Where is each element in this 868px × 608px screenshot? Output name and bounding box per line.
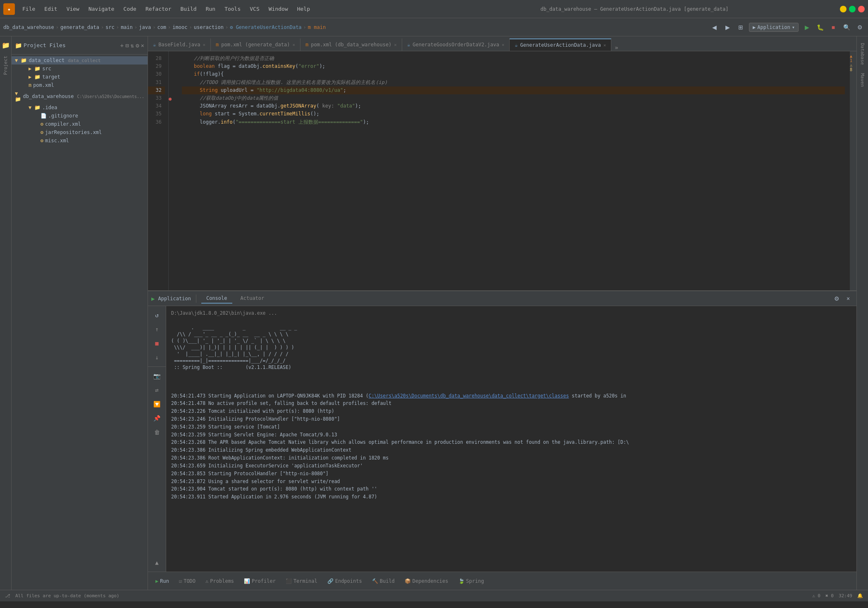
menu-edit[interactable]: Edit (40, 4, 61, 14)
tab-close-btn[interactable]: × (502, 42, 505, 48)
menu-code[interactable]: Code (119, 4, 141, 14)
tree-item-pom[interactable]: m pom.xml (12, 81, 148, 89)
pin-btn[interactable]: 📌 (151, 412, 163, 424)
tab-close-btn[interactable]: × (203, 42, 205, 48)
menu-file[interactable]: File (18, 4, 39, 14)
breadcrumb-part[interactable]: db_data_warehouse (3, 24, 54, 30)
recent-files-btn[interactable]: ⊞ (736, 22, 746, 32)
tree-item-jar[interactable]: ⚙ jarRepositories.xml (12, 128, 148, 136)
breadcrumb-part[interactable]: generate_data (60, 24, 99, 30)
tab-pom-warehouse[interactable]: m pom.xml (db_data_warehouse) × (300, 38, 402, 51)
breadcrumb-part[interactable]: main (121, 24, 133, 30)
bottom-tab-dependencies[interactable]: 📦 Dependencies (401, 577, 453, 586)
run-btn[interactable]: ▶ (802, 22, 812, 32)
settings-icon[interactable]: ⚙ (136, 42, 139, 49)
tree-item-data-collect[interactable]: ▼ 📁 data_collect data_collect (12, 56, 148, 65)
tab-close-btn[interactable]: × (394, 42, 397, 48)
tree-item-idea[interactable]: ▼ 📁 .idea (12, 103, 148, 112)
folder-closed-icon: ▶ 📁 (29, 66, 41, 72)
camera-btn[interactable]: 📷 (151, 370, 163, 382)
tree-item-misc[interactable]: ⚙ misc.xml (12, 136, 148, 145)
menu-navigate[interactable]: Navigate (84, 4, 119, 14)
run-config-selector[interactable]: ▶ Application ▾ (749, 23, 799, 32)
rerun-btn[interactable]: ↺ (151, 309, 163, 321)
bottom-tab-profiler[interactable]: 📊 Profiler (240, 577, 280, 586)
breadcrumb-class[interactable]: ⚙ GenerateUserActionData (230, 24, 301, 30)
bottom-tab-endpoints[interactable]: 🔗 Endpoints (323, 577, 366, 586)
git-icon[interactable]: ⎇ (5, 593, 10, 598)
menu-help[interactable]: Help (293, 4, 314, 14)
project-label[interactable]: Project (2, 53, 9, 78)
menu-refactor[interactable]: Refactor (141, 4, 176, 14)
code-content[interactable]: //列断获取的用户行为数据是否正确 boolean flag = dataObj… (177, 51, 850, 290)
scroll-down-btn[interactable]: ↓ (151, 352, 163, 363)
menu-vcs[interactable]: VCS (246, 4, 263, 14)
minimize-btn[interactable] (840, 6, 847, 12)
warnings-status[interactable]: ⚠ 0 (812, 593, 820, 598)
bottom-tab-terminal[interactable]: ⬛ Terminal (281, 577, 322, 586)
breadcrumb: db_data_warehouse › generate_data › src … (3, 24, 326, 30)
settings-btn[interactable]: ⚙ (855, 22, 865, 32)
run-panel-body: ↺ ↑ ■ ↓ 📷 ⇄ 🔽 📌 🗑 ▲ D:\Java\ (148, 306, 856, 572)
menu-run[interactable]: Run (202, 4, 219, 14)
tree-item-db-warehouse[interactable]: ▼ 📁 db_data_warehouse C:\Users\a520s\Doc… (12, 89, 148, 103)
expand-btn[interactable]: ▲ (151, 557, 163, 568)
run-tab-console[interactable]: Console (201, 294, 232, 304)
tab-pom-generate[interactable]: m pom.xml (generate_data) × (211, 38, 300, 51)
bottom-tab-build[interactable]: 🔨 Build (368, 577, 399, 586)
run-config-dropdown[interactable]: ▾ (792, 24, 795, 30)
editor-area: ☕ BaseField.java × m pom.xml (generate_d… (148, 36, 856, 590)
classes-link[interactable]: C:\Users\a520s\Documents\db_data_warehou… (369, 393, 569, 399)
bottom-tab-problems[interactable]: ⚠ Problems (201, 577, 238, 586)
sort-icon[interactable]: ⇅ (131, 42, 134, 49)
breadcrumb-part[interactable]: com (157, 24, 166, 30)
forward-btn[interactable]: ▶ (723, 22, 732, 32)
scroll-up-btn[interactable]: ↑ (151, 323, 163, 335)
tree-item-target[interactable]: ▶ 📁 target (12, 73, 148, 81)
run-tab-actuator[interactable]: Actuator (236, 294, 269, 304)
maximize-btn[interactable] (849, 6, 856, 12)
project-header-icons: + ⊟ ⇅ ⚙ × (120, 42, 144, 49)
back-btn[interactable]: ◀ (709, 22, 719, 32)
menu-window[interactable]: Window (265, 4, 292, 14)
tree-item-gitignore[interactable]: 📄 .gitignore (12, 112, 148, 120)
breadcrumb-part[interactable]: java (139, 24, 151, 30)
maven-label[interactable]: Maven (859, 70, 866, 90)
notifications-icon[interactable]: 🔔 (857, 593, 863, 598)
run-settings-btn[interactable]: ⚙ (832, 294, 842, 304)
breadcrumb-part[interactable]: imooc (172, 24, 187, 30)
more-tabs-btn[interactable]: » (611, 44, 621, 51)
bottom-tab-spring[interactable]: 🍃 Spring (454, 577, 488, 586)
tree-item-compiler[interactable]: ⚙ compiler.xml (12, 120, 148, 128)
stop-btn[interactable]: ■ (828, 22, 838, 32)
bottom-tab-run[interactable]: ▶ Run (151, 577, 173, 586)
tab-generate-user[interactable]: ☕ GenerateUserActionData.java × (510, 38, 611, 51)
menu-tools[interactable]: Tools (220, 4, 245, 14)
new-file-icon[interactable]: + (120, 42, 124, 49)
menu-view[interactable]: View (62, 4, 83, 14)
bottom-tab-todo[interactable]: ☑ TODO (175, 577, 200, 586)
breadcrumb-method[interactable]: m main (308, 24, 326, 30)
editor-scrollbar[interactable]: ▲ 1 ⚠ 8 (850, 51, 856, 290)
menu-build[interactable]: Build (176, 4, 201, 14)
tree-item-src[interactable]: ▶ 📁 src (12, 65, 148, 73)
database-label[interactable]: Database (859, 40, 866, 68)
filter-btn[interactable]: 🔽 (151, 398, 163, 410)
debug-btn[interactable]: 🐛 (815, 22, 825, 32)
breadcrumb-part[interactable]: useraction (194, 24, 224, 30)
search-btn[interactable]: 🔍 (842, 22, 851, 32)
tab-close-btn[interactable]: × (292, 42, 295, 48)
close-panel-icon[interactable]: × (141, 42, 144, 49)
run-close-btn[interactable]: × (843, 294, 853, 304)
breadcrumb-part[interactable]: src (105, 24, 114, 30)
wrap-btn[interactable]: ⇄ (151, 384, 163, 396)
stop-run-btn[interactable]: ■ (151, 338, 163, 349)
collapse-all-icon[interactable]: ⊟ (125, 42, 129, 49)
tab-goods[interactable]: ☕ GenerateGoodsOrderDataV2.java × (402, 38, 510, 51)
close-btn[interactable] (858, 6, 865, 12)
trash-btn[interactable]: 🗑 (151, 426, 163, 438)
project-icon[interactable]: 📁 (0, 40, 12, 51)
tab-basefield[interactable]: ☕ BaseField.java × (148, 38, 211, 51)
errors-status[interactable]: ✖ 0 (825, 593, 834, 598)
tab-close-btn[interactable]: × (603, 43, 606, 48)
